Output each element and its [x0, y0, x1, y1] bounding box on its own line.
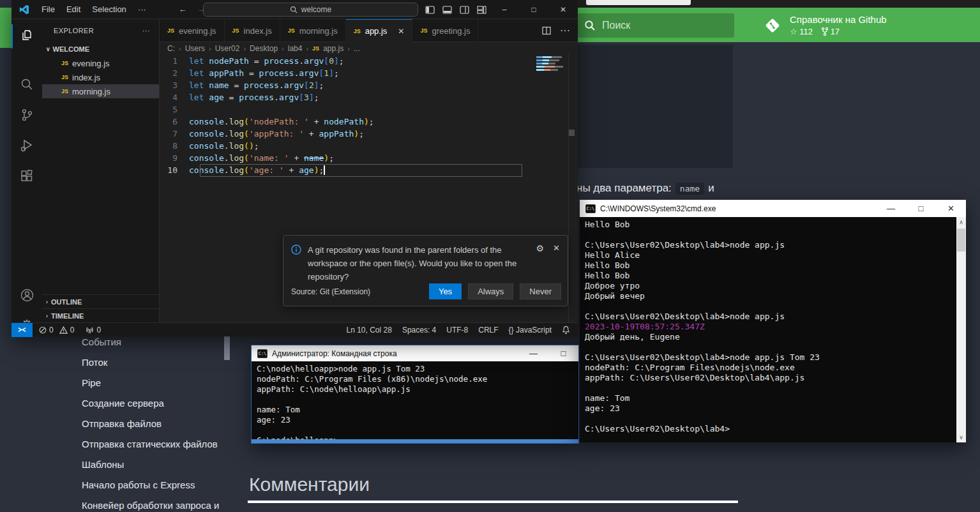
status-crlf[interactable]: CRLF: [478, 326, 498, 335]
cmd-scrollbar[interactable]: ∧ ∨: [956, 217, 966, 442]
tab-greeting.js[interactable]: JSgreeting.js: [412, 19, 478, 42]
breadcrumb-item[interactable]: C:: [167, 44, 175, 53]
maximize-button[interactable]: □: [548, 345, 578, 362]
forks-count: 17: [822, 27, 840, 36]
tab-morning.js[interactable]: JSmorning.js: [280, 19, 346, 42]
file-name: evening.js: [72, 59, 110, 68]
nav-back-icon[interactable]: ←: [174, 4, 192, 14]
editor-scrollbar-thumb[interactable]: [569, 130, 575, 136]
file-morning.js[interactable]: JSmorning.js: [42, 84, 159, 98]
menu-selection[interactable]: Selection: [86, 4, 132, 14]
breadcrumb-item[interactable]: lab4: [288, 44, 303, 53]
terminal-line: Hello Bob: [585, 260, 956, 271]
nav-link[interactable]: Конвейер обработки запроса и middleware: [70, 495, 241, 512]
terminal-line: [585, 414, 956, 424]
site-sidebar-scrollbar[interactable]: [224, 335, 230, 360]
toggle-secondary-sidebar-icon[interactable]: [460, 5, 469, 15]
nav-link[interactable]: Отправка файлов: [70, 414, 241, 434]
nav-link[interactable]: Шаблоны: [70, 455, 241, 475]
accounts-icon[interactable]: [11, 281, 42, 309]
git-notification-toast: A git repository was found in the parent…: [283, 235, 568, 306]
never-button[interactable]: Never: [520, 283, 561, 299]
breadcrumb-item[interactable]: ...: [354, 44, 360, 53]
scroll-down-icon[interactable]: ∨: [956, 432, 966, 442]
menu-edit[interactable]: Edit: [61, 4, 86, 14]
breadcrumb-item[interactable]: Users: [185, 44, 205, 53]
menu-file[interactable]: File: [36, 4, 61, 14]
breadcrumb-item[interactable]: app.js: [323, 44, 343, 53]
split-editor-icon[interactable]: [542, 26, 551, 35]
yes-button[interactable]: Yes: [429, 283, 462, 299]
source-control-icon[interactable]: [11, 101, 42, 129]
breadcrumb-item[interactable]: Desktop: [250, 44, 278, 53]
code-text: let name = process.argv[2];: [189, 79, 324, 91]
toggle-sidebar-icon[interactable]: [425, 5, 435, 15]
cmd-output[interactable]: Hello Bob C:\Users\User02\Desktop\lab4>n…: [580, 217, 956, 442]
minimap[interactable]: [536, 56, 567, 72]
code-text: console.log('appPath: ' + appPath);: [189, 128, 364, 140]
site-search-input[interactable]: Поиск: [578, 13, 734, 38]
close-button[interactable]: ✕: [936, 200, 966, 217]
status-utf-8[interactable]: UTF-8: [446, 326, 468, 335]
minimize-button[interactable]: —: [876, 200, 906, 217]
star-icon: ☆: [790, 27, 797, 36]
github-reference-link[interactable]: Справочник на Github ☆ 112 17: [763, 14, 887, 36]
terminal-line: Hello Alice: [585, 250, 956, 260]
admin-cmd-titlebar[interactable]: C:\ Администратор: Командная строка — □: [252, 345, 578, 361]
tab-evening.js[interactable]: JSevening.js: [160, 19, 225, 42]
toggle-panel-icon[interactable]: [442, 5, 452, 15]
tab-app.js[interactable]: JSapp.js✕: [346, 19, 413, 42]
editor-scrollbar-track: [568, 54, 569, 322]
notification-close-icon[interactable]: ✕: [553, 243, 560, 283]
file-index.js[interactable]: JSindex.js: [42, 70, 159, 84]
search-icon[interactable]: [11, 70, 42, 98]
nav-link[interactable]: Создание сервера: [70, 393, 241, 414]
tab-close-icon[interactable]: ✕: [398, 27, 404, 36]
workspace-section-welcome[interactable]: ∨ WELCOME: [42, 42, 159, 56]
tab-index.js[interactable]: JSindex.js: [225, 19, 280, 42]
code-line: 8console.log();: [160, 140, 578, 152]
timeline-section[interactable]: › TIMELINE: [42, 308, 160, 322]
problems-indicator[interactable]: 0 0: [39, 326, 74, 335]
code-line: 1let nodePath = process.argv[0];: [160, 55, 578, 67]
remote-indicator[interactable]: [11, 323, 33, 337]
command-center-search[interactable]: welcome: [203, 3, 418, 17]
admin-cmd-output[interactable]: C:\node\helloapp>node app.js Tom 23nodeP…: [252, 361, 578, 439]
outline-section[interactable]: › OUTLINE: [42, 294, 160, 308]
search-icon: [290, 6, 298, 13]
status-spaces-4[interactable]: Spaces: 4: [402, 326, 436, 335]
minimize-button[interactable]: –: [490, 0, 519, 19]
scrollbar-thumb[interactable]: [957, 229, 965, 252]
explorer-icon[interactable]: [11, 21, 42, 49]
ports-indicator[interactable]: 0: [86, 326, 101, 335]
breadcrumb-separator: ›: [209, 45, 211, 52]
breadcrumb-item[interactable]: User02: [215, 44, 240, 53]
status-ln-10-col-28[interactable]: Ln 10, Col 28: [347, 326, 392, 335]
file-evening.js[interactable]: JSevening.js: [42, 56, 159, 70]
close-button[interactable]: ✕: [548, 0, 578, 19]
menu-[interactable]: ···: [132, 4, 152, 14]
cmd-titlebar[interactable]: C:\ C:\WINDOWS\System32\cmd.exe — □ ✕: [580, 200, 966, 217]
nav-link[interactable]: Pipe: [70, 373, 241, 393]
run-debug-icon[interactable]: [11, 132, 42, 160]
nav-link[interactable]: Поток: [70, 352, 241, 373]
notifications-bell-icon[interactable]: [562, 326, 570, 335]
editor-more-actions-icon[interactable]: ···: [560, 25, 570, 36]
terminal-line: appPath: C:\node\helloapp\app.js: [257, 384, 578, 395]
extensions-icon[interactable]: [11, 162, 42, 190]
maximize-button[interactable]: □: [519, 0, 548, 19]
terminal-line: C:\Users\User02\Desktop\lab4>node app.js: [585, 240, 956, 250]
minimize-button[interactable]: —: [518, 345, 548, 362]
notification-settings-gear-icon[interactable]: ⚙: [536, 243, 545, 283]
text-cursor: [324, 165, 325, 175]
customize-layout-icon[interactable]: [477, 5, 486, 15]
line-number: 3: [160, 79, 189, 91]
code-text: let nodePath = process.argv[0];: [189, 55, 344, 67]
nav-link[interactable]: Начало работы с Express: [70, 475, 241, 495]
scroll-up-icon[interactable]: ∧: [956, 217, 966, 227]
status-javascript[interactable]: {} JavaScript: [509, 326, 552, 335]
nav-link[interactable]: Отправка статических файлов: [70, 434, 241, 455]
explorer-more-actions-icon[interactable]: ···: [142, 27, 150, 34]
always-button[interactable]: Always: [468, 283, 513, 299]
maximize-button[interactable]: □: [906, 200, 936, 217]
